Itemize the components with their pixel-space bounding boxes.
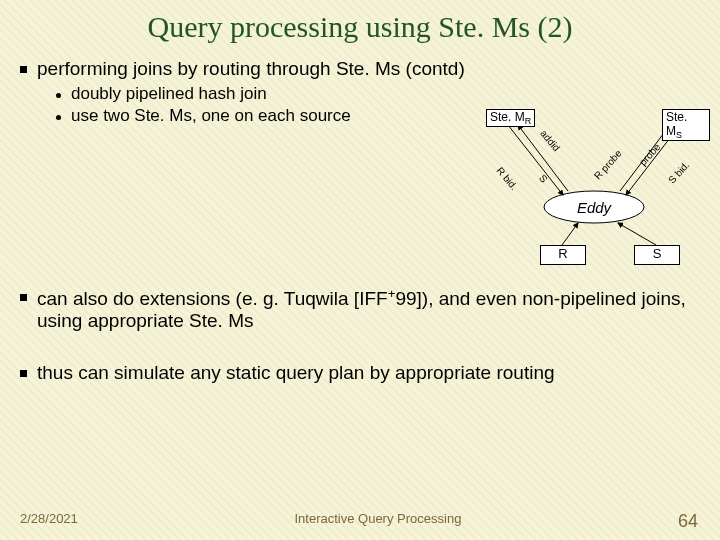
stem-eddy-diagram: Ste. MR Ste. MS Eddy R S R bid. S addid …: [478, 95, 710, 285]
footer-page-number: 64: [678, 511, 720, 532]
square-bullet-icon: [20, 294, 27, 301]
source-r-box: R: [540, 245, 586, 265]
svg-line-6: [618, 223, 656, 245]
bullet-1-text: performing joins by routing through Ste.…: [37, 58, 465, 80]
source-s-box: S: [634, 245, 680, 265]
bullet-3-text: thus can simulate any static query plan …: [37, 362, 555, 384]
bullet-2-text: can also do extensions (e. g. Tuqwila [I…: [37, 286, 702, 332]
footer-center: Interactive Query Processing: [78, 511, 678, 532]
stem-s-box: Ste. MS: [662, 109, 710, 141]
bullet-3: thus can simulate any static query plan …: [18, 362, 702, 384]
footer: 2/28/2021 Interactive Query Processing 6…: [0, 511, 720, 532]
footer-date: 2/28/2021: [0, 511, 78, 532]
bullet-1-1-text: doubly pipelined hash join: [71, 84, 267, 104]
square-bullet-icon: [20, 370, 27, 377]
dot-bullet-icon: [56, 93, 61, 98]
slide-title: Query processing using Ste. Ms (2): [0, 0, 720, 44]
bullet-1: performing joins by routing through Ste.…: [18, 58, 702, 80]
stem-r-box: Ste. MR: [486, 109, 535, 127]
bullet-1-2-text: use two Ste. Ms, one on each source: [71, 106, 351, 126]
bullet-2: can also do extensions (e. g. Tuqwila [I…: [18, 286, 702, 332]
eddy-label: Eddy: [552, 199, 636, 216]
square-bullet-icon: [20, 66, 27, 73]
svg-line-5: [562, 223, 578, 245]
dot-bullet-icon: [56, 115, 61, 120]
